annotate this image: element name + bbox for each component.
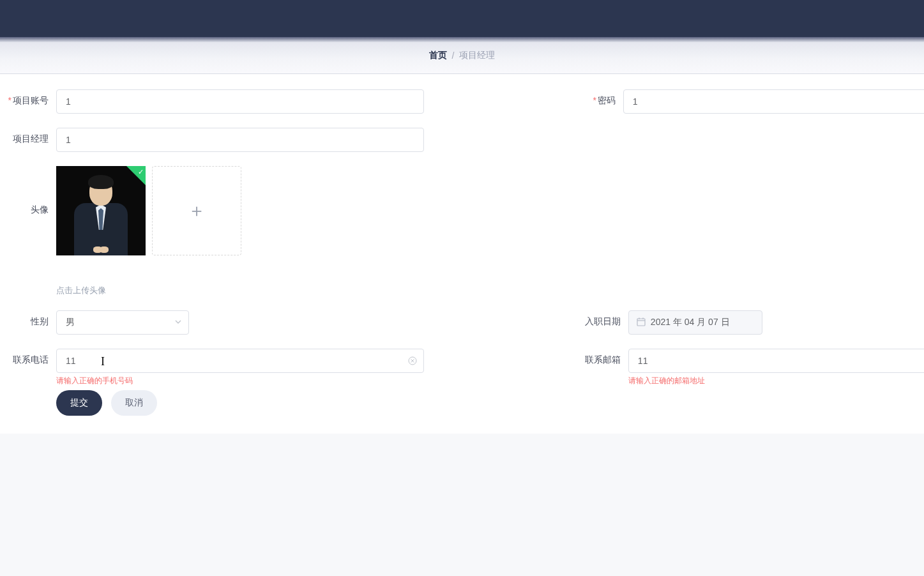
calendar-icon (637, 317, 646, 328)
breadcrumb-current: 项目经理 (459, 50, 495, 61)
avatar-upload-box[interactable]: ＋ (152, 166, 241, 255)
label-account: *项目账号 (0, 89, 56, 107)
breadcrumb: 首页 / 项目经理 (0, 37, 924, 74)
label-gender: 性别 (0, 310, 56, 328)
breadcrumb-home[interactable]: 首页 (429, 50, 447, 61)
account-input[interactable] (56, 89, 424, 114)
cancel-button[interactable]: 取消 (111, 390, 157, 416)
label-phone: 联系电话 (0, 349, 56, 366)
top-nav-bar (0, 0, 924, 37)
email-input[interactable] (628, 349, 924, 373)
email-error: 请输入正确的邮箱地址 (628, 375, 924, 386)
clear-icon[interactable] (407, 356, 418, 366)
label-hire-date: 入职日期 (508, 310, 628, 328)
hire-date-value: 2021 年 04 月 07 日 (651, 317, 730, 328)
phone-input[interactable] (56, 349, 424, 373)
breadcrumb-separator: / (452, 50, 455, 61)
label-avatar: 头像 (0, 166, 56, 216)
chevron-down-icon (174, 317, 182, 328)
submit-button[interactable]: 提交 (56, 390, 102, 416)
avatar-hint: 点击上传头像 (56, 285, 508, 296)
gender-select[interactable]: 男 (56, 310, 189, 335)
phone-error: 请输入正确的手机号码 (56, 375, 508, 386)
password-input[interactable] (623, 89, 924, 114)
avatar-portrait (69, 172, 133, 255)
gender-value: 男 (66, 317, 75, 328)
svg-rect-0 (637, 319, 645, 326)
avatar-thumbnail[interactable]: ✓ (56, 166, 146, 255)
label-password: *密码 (508, 89, 623, 107)
hire-date-picker[interactable]: 2021 年 04 月 07 日 (628, 310, 762, 335)
check-icon: ✓ (138, 168, 144, 176)
plus-icon: ＋ (188, 199, 206, 223)
label-email: 联系邮箱 (508, 349, 628, 366)
label-manager: 项目经理 (0, 128, 56, 145)
form-container: *项目账号 *密码 项目经理 头像 (0, 74, 924, 434)
manager-input[interactable] (56, 128, 424, 152)
